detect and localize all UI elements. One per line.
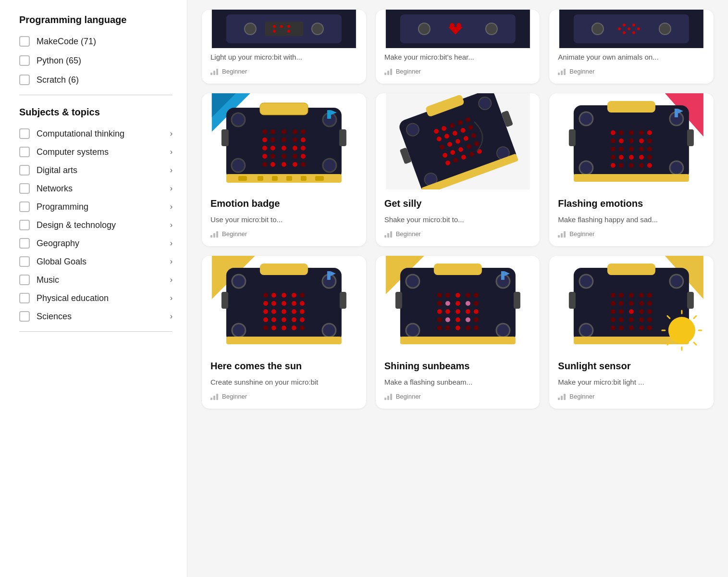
svg-point-127 [647,138,652,143]
computational-thinking-checkbox[interactable] [19,128,30,139]
svg-point-39 [262,129,267,134]
python-label: Python (65) [37,56,81,66]
python-checkbox[interactable] [19,55,30,66]
svg-point-40 [271,129,275,134]
difficulty-label-3: Beginner [569,68,594,75]
difficulty-label-emotion: Beginner [222,230,247,238]
card-image-sunbeams [376,256,540,352]
main-content: Light up your micro:bit with... Beginner [187,0,728,577]
svg-point-166 [271,309,276,314]
makecode-filter[interactable]: MakeCode (71) [19,36,173,47]
sciences-checkbox[interactable] [19,311,30,322]
subject-computational-thinking[interactable]: Computational thinking › [19,128,173,139]
svg-point-8 [273,30,276,33]
card-desc-sun: Create sunshine on your micro:bit [210,377,358,387]
card-top-1[interactable]: Light up your micro:bit with... Beginner [202,10,366,84]
physical-education-checkbox[interactable] [19,293,30,303]
chevron-right-icon: › [170,148,173,156]
cards-grid: Light up your micro:bit with... Beginner [202,10,714,409]
svg-rect-180 [226,337,342,344]
card-here-comes-sun[interactable]: Here comes the sun Create sunshine on yo… [202,256,366,409]
card-top-3[interactable]: Animate your own animals on... Beginner [549,10,714,84]
svg-point-139 [619,163,624,168]
card-image-sunlight [549,256,714,352]
svg-point-244 [611,317,616,322]
svg-point-160 [263,301,268,306]
subject-music[interactable]: Music › [19,275,173,285]
scratch-checkbox[interactable] [19,75,30,85]
networks-checkbox[interactable] [19,183,30,194]
digital-arts-checkbox[interactable] [19,165,30,176]
svg-point-45 [271,138,275,142]
svg-point-26 [623,31,626,34]
music-checkbox[interactable] [19,275,30,285]
svg-point-248 [647,317,652,322]
svg-point-157 [282,293,286,298]
svg-point-21 [623,24,626,26]
difficulty-icon-2 [384,68,392,75]
difficulty-icon-sun [210,393,218,400]
subject-sciences[interactable]: Sciences › [19,311,173,322]
svg-rect-66 [258,176,263,181]
svg-point-211 [473,317,478,322]
svg-point-197 [437,301,442,306]
svg-point-156 [271,293,276,298]
card-title-get-silly: Get silly [384,197,531,210]
subject-physical-education[interactable]: Physical education › [19,293,173,303]
svg-point-126 [639,138,644,143]
card-get-silly[interactable]: Get silly Shake your micro:bit to... Beg… [376,93,540,246]
makecode-checkbox[interactable] [19,36,30,47]
subject-networks[interactable]: Networks › [19,183,173,194]
card-top-image-3 [549,10,714,48]
svg-point-206 [473,309,478,314]
geography-checkbox[interactable] [19,238,30,249]
svg-point-25 [637,27,640,30]
svg-point-251 [629,326,634,330]
svg-point-140 [629,163,634,168]
python-filter[interactable]: Python (65) [19,55,173,66]
card-title-flashing: Flashing emotions [558,197,705,210]
networks-label: Networks [37,184,163,194]
svg-point-245 [619,317,624,322]
svg-point-235 [619,301,624,306]
divider-bottom [19,331,173,332]
svg-point-151 [232,275,246,288]
card-flashing-emotions[interactable]: Flashing emotions Make flashing happy an… [549,93,714,246]
chevron-right-icon: › [170,239,173,248]
subject-global-goals[interactable]: Global Goals › [19,256,173,267]
programming-label: Programming [37,202,163,212]
design-technology-checkbox[interactable] [19,220,30,230]
card-footer-get-silly: Beginner [384,230,531,238]
svg-point-179 [300,326,305,330]
svg-rect-218 [501,271,504,280]
card-sunlight-sensor[interactable]: Sunlight sensor Make your micro:bit ligh… [549,256,714,409]
card-top-2[interactable]: Make your micro:bit's hear... Beginner [376,10,540,84]
subject-geography[interactable]: Geography › [19,238,173,249]
subject-computer-systems[interactable]: Computer systems › [19,147,173,157]
card-title-sunlight: Sunlight sensor [558,360,705,372]
programming-checkbox[interactable] [19,201,30,212]
svg-rect-187 [513,292,520,309]
card-shining-sunbeams[interactable]: Shining sunbeams Make a flashing sunbeam… [376,256,540,409]
svg-point-124 [619,138,624,143]
computer-systems-checkbox[interactable] [19,147,30,157]
card-footer-sunlight: Beginner [558,393,705,400]
svg-point-27 [632,31,635,34]
card-top-desc-2: Make your micro:bit's hear... [384,52,531,62]
svg-point-20 [659,23,671,35]
svg-point-201 [473,301,478,306]
card-emotion-badge[interactable]: Emotion badge Use your micro:bit to... B… [202,93,366,246]
card-top-desc-3: Animate your own animals on... [558,52,705,62]
chevron-right-icon: › [170,184,173,193]
subject-programming[interactable]: Programming › [19,201,173,212]
svg-point-5 [273,25,276,28]
card-footer-sun: Beginner [210,393,358,400]
svg-point-118 [611,130,616,135]
subject-design-technology[interactable]: Design & technology › [19,220,173,230]
scratch-filter[interactable]: Scratch (6) [19,75,173,85]
subject-digital-arts[interactable]: Digital arts › [19,165,173,176]
svg-point-154 [322,324,336,337]
global-goals-checkbox[interactable] [19,256,30,267]
svg-point-57 [293,154,297,159]
svg-point-233 [647,293,652,298]
